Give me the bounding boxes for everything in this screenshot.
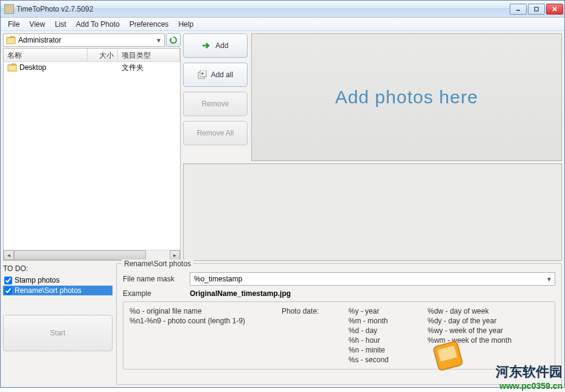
add-label: Add: [215, 41, 228, 50]
add-button[interactable]: Add: [183, 33, 248, 58]
col-name[interactable]: 名称: [4, 49, 88, 61]
refresh-icon: [169, 36, 178, 44]
stamp-label: Stamp photos: [15, 276, 60, 284]
add-arrow-icon: [202, 42, 212, 49]
start-button[interactable]: Start: [3, 315, 113, 351]
maximize-button[interactable]: [528, 4, 545, 15]
remove-all-button[interactable]: Remove All: [183, 121, 248, 145]
menubar: File View List Add To Photo Preferences …: [1, 18, 564, 31]
app-window: TimeToPhoto v2.7.5092 File View List Add…: [0, 0, 565, 388]
menu-view[interactable]: View: [24, 19, 50, 30]
stamp-checkbox[interactable]: [4, 277, 12, 284]
menu-list[interactable]: List: [50, 19, 71, 30]
file-type: 文件夹: [118, 62, 180, 74]
file-size: [88, 67, 118, 68]
add-all-icon: [198, 70, 207, 79]
top-area: Administrator ▼ 名称 大小 项目类型: [3, 33, 562, 261]
mask-input[interactable]: %o_timestamp ▼: [190, 272, 555, 286]
window-controls: [510, 4, 563, 15]
scroll-right-icon[interactable]: ►: [170, 250, 180, 260]
help-wm: %wm - week of the month: [428, 336, 511, 345]
rename-legend: Rename\Sort photos: [122, 260, 193, 268]
todo-item-stamp[interactable]: Stamp photos: [3, 275, 113, 285]
help-m: %m - month: [348, 317, 409, 325]
close-button[interactable]: [546, 4, 563, 15]
start-label: Start: [50, 329, 65, 337]
thumbnail-strip[interactable]: [183, 163, 562, 261]
photo-date-header: Photo date:: [282, 307, 330, 315]
horizontal-scrollbar[interactable]: ◄ ►: [4, 250, 180, 260]
preview-area[interactable]: Add photos here: [251, 33, 562, 161]
refresh-button[interactable]: [166, 33, 181, 47]
path-text: Administrator: [18, 36, 61, 44]
remove-all-label: Remove All: [197, 129, 234, 137]
add-all-label: Add all: [211, 70, 234, 79]
todo-panel: TO DO: Stamp photos Rename\Sort photos S…: [3, 263, 113, 385]
todo-list: Stamp photos Rename\Sort photos: [3, 275, 113, 295]
app-icon: [4, 4, 14, 14]
rename-panel: Rename\Sort photos File name mask %o_tim…: [116, 263, 562, 385]
col-size[interactable]: 大小: [88, 49, 118, 61]
scroll-thumb[interactable]: [14, 250, 146, 260]
file-browser: Administrator ▼ 名称 大小 项目类型: [3, 33, 181, 261]
path-combo[interactable]: Administrator ▼: [3, 33, 165, 47]
body: Administrator ▼ 名称 大小 项目类型: [1, 31, 564, 387]
file-list-header: 名称 大小 项目类型: [4, 49, 180, 62]
file-list: 名称 大小 项目类型 Desktop 文件夹: [3, 48, 181, 261]
rename-checkbox[interactable]: [4, 287, 12, 295]
todo-heading: TO DO:: [3, 264, 113, 273]
svg-rect-4: [7, 38, 15, 44]
help-n: %n1-%n9 - photo count (length 1-9): [130, 317, 263, 325]
action-buttons: Add Add all Remove Remove All: [183, 33, 248, 161]
help-o: %o - original file name: [130, 307, 263, 315]
file-list-body[interactable]: Desktop 文件夹: [4, 62, 180, 250]
mask-label: File name mask: [123, 275, 190, 283]
remove-button[interactable]: Remove: [183, 92, 248, 116]
folder-icon: [6, 36, 16, 44]
menu-help[interactable]: Help: [173, 19, 198, 30]
bottom-area: TO DO: Stamp photos Rename\Sort photos S…: [3, 263, 562, 385]
file-row[interactable]: Desktop 文件夹: [4, 62, 180, 73]
help-min: %n - minite: [348, 346, 409, 354]
scroll-left-icon[interactable]: ◄: [4, 250, 14, 260]
todo-item-rename[interactable]: Rename\Sort photos: [3, 286, 113, 295]
mask-value: %o_timestamp: [194, 275, 242, 283]
menu-preferences[interactable]: Preferences: [125, 19, 174, 30]
example-value: OriginalName_timestamp.jpg: [190, 289, 291, 298]
help-d: %d - day: [348, 326, 409, 335]
help-dw: %dw - day of week: [428, 307, 511, 315]
minimize-button[interactable]: [510, 4, 527, 15]
svg-rect-5: [8, 65, 16, 71]
menu-add-to-photo[interactable]: Add To Photo: [71, 19, 125, 30]
svg-rect-1: [535, 7, 538, 11]
help-dy: %dy - day of the year: [428, 317, 511, 325]
remove-label: Remove: [202, 100, 229, 108]
dropdown-arrow-icon: ▼: [156, 37, 162, 44]
file-name: Desktop: [19, 63, 46, 72]
help-s: %s - second: [348, 356, 409, 364]
right-panel: Add Add all Remove Remove All: [183, 33, 562, 261]
mask-help: %o - original file name %n1-%n9 - photo …: [123, 301, 555, 370]
dropdown-arrow-icon: ▼: [546, 276, 552, 283]
help-wy: %wy - week of the year: [428, 326, 511, 335]
scroll-track[interactable]: [146, 250, 170, 260]
help-y: %y - year: [348, 307, 409, 315]
titlebar: TimeToPhoto v2.7.5092: [1, 1, 564, 18]
rename-label: Rename\Sort photos: [15, 286, 81, 295]
add-all-button[interactable]: Add all: [183, 63, 248, 87]
folder-icon: [7, 63, 17, 72]
preview-placeholder: Add photos here: [335, 87, 478, 108]
menu-file[interactable]: File: [3, 19, 24, 30]
col-type[interactable]: 项目类型: [118, 49, 180, 61]
help-h: %h - hour: [348, 336, 409, 345]
window-title: TimeToPhoto v2.7.5092: [16, 5, 510, 13]
example-label: Example: [123, 289, 190, 298]
